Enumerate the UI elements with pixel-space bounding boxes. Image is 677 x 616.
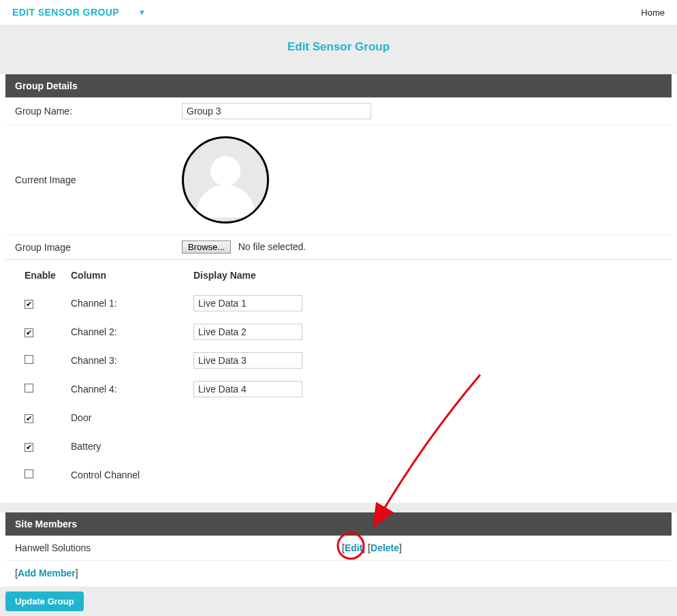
chevron-down-icon: ▼ — [138, 8, 146, 16]
display-name-input[interactable] — [193, 324, 302, 340]
row-current-image: Current Image — [5, 125, 672, 235]
enable-checkbox[interactable]: ✔ — [25, 328, 33, 337]
channel-row: Control Channel — [25, 461, 652, 489]
col-header-column: Column — [71, 270, 193, 281]
enable-checkbox[interactable] — [25, 384, 33, 392]
page-dropdown-label: EDIT SENSOR GROUP — [12, 7, 119, 18]
footer-bar: Update Group — [0, 587, 677, 616]
channels-table: Enable Column Display Name ✔Channel 1:✔C… — [5, 260, 672, 503]
page-title: Edit Sensor Group — [0, 25, 677, 69]
channel-row: ✔Channel 2: — [25, 318, 652, 346]
col-header-display: Display Name — [193, 270, 652, 281]
channel-row: ✔Channel 1: — [25, 289, 652, 318]
row-group-name: Group Name: — [5, 97, 672, 125]
label-group-name: Group Name: — [15, 106, 182, 117]
section-header-group-details: Group Details — [5, 74, 672, 97]
channel-label: Door — [71, 412, 193, 423]
file-status-text: No file selected. — [238, 241, 306, 252]
group-name-input[interactable] — [182, 103, 371, 119]
add-member-row: [Add Member] — [5, 561, 672, 585]
enable-checkbox[interactable] — [25, 355, 33, 364]
delete-link[interactable]: Delete — [371, 542, 399, 553]
channel-label: Channel 2: — [71, 326, 193, 337]
channel-label: Battery — [71, 441, 193, 452]
channel-label: Channel 4: — [71, 384, 193, 395]
enable-checkbox[interactable] — [25, 469, 33, 478]
avatar — [182, 136, 269, 224]
update-group-button[interactable]: Update Group — [5, 591, 84, 611]
channel-label: Control Channel — [71, 469, 193, 480]
label-current-image: Current Image — [15, 174, 182, 185]
enable-checkbox[interactable]: ✔ — [25, 443, 33, 452]
display-name-input[interactable] — [193, 381, 302, 397]
page-dropdown[interactable]: EDIT SENSOR GROUP ▼ — [12, 7, 146, 18]
row-group-image: Group Image Browse... No file selected. — [5, 235, 672, 260]
channel-row: Channel 4: — [25, 375, 652, 403]
col-header-enable: Enable — [25, 270, 71, 281]
section-group-details: Group Details Group Name: Current Image … — [5, 74, 672, 503]
member-row: Hanwell Solutions [Edit] [Delete] — [5, 536, 672, 561]
channel-row: ✔Door — [25, 403, 652, 432]
member-name: Hanwell Solutions — [15, 542, 342, 553]
edit-link[interactable]: Edit — [345, 542, 362, 553]
display-name-input[interactable] — [193, 295, 302, 311]
display-name-input[interactable] — [193, 352, 302, 369]
browse-button[interactable]: Browse... — [182, 241, 231, 253]
home-link[interactable]: Home — [641, 7, 665, 18]
label-group-image: Group Image — [15, 242, 182, 253]
enable-checkbox[interactable]: ✔ — [25, 300, 33, 309]
channel-row: Channel 3: — [25, 346, 652, 375]
section-header-site-members: Site Members — [5, 512, 672, 536]
section-site-members: Site Members Hanwell Solutions [Edit] [D… — [5, 512, 672, 585]
channel-label: Channel 3: — [71, 355, 193, 366]
add-member-link[interactable]: Add Member — [18, 568, 76, 579]
top-bar: EDIT SENSOR GROUP ▼ Home — [0, 0, 677, 25]
channel-label: Channel 1: — [71, 298, 193, 309]
channel-row: ✔Battery — [25, 432, 652, 461]
member-actions: [Edit] [Delete] — [342, 542, 402, 553]
enable-checkbox[interactable]: ✔ — [25, 414, 33, 423]
